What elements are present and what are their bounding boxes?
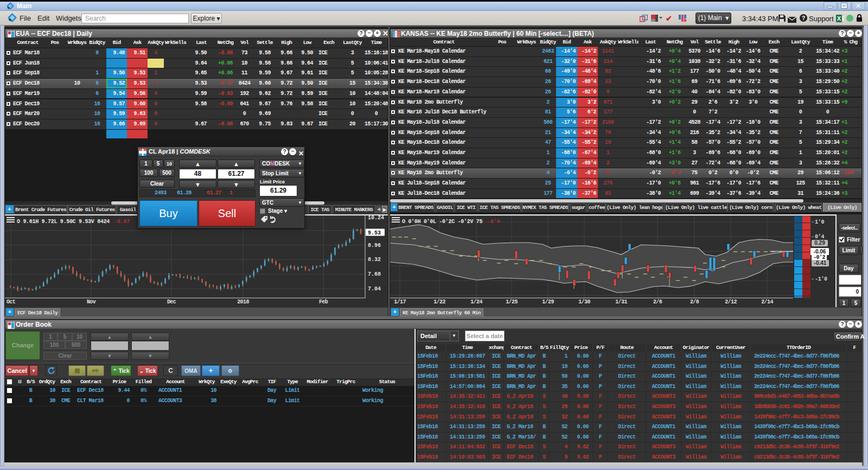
- svg-text:O 0'0H 0'0L -0'2C -0'2V 75: O 0'0H 0'0L -0'2C -0'2V 75: [402, 219, 483, 225]
- svg-text:7.04: 7.04: [368, 286, 381, 292]
- svg-text:7.68: 7.68: [368, 271, 381, 277]
- svg-text:1'0: 1'0: [815, 219, 824, 225]
- svg-text:8.96: 8.96: [368, 243, 381, 249]
- svg-text:X: X: [837, 15, 841, 22]
- svg-text:10.24: 10.24: [368, 215, 384, 221]
- svg-text:↓ -0.07: ↓ -0.07: [108, 219, 130, 225]
- svg-text:-1'0: -1'0: [815, 276, 827, 282]
- svg-text:0'4: 0'4: [815, 234, 824, 240]
- svg-text:8.32: 8.32: [368, 257, 381, 263]
- svg-text:↓ -0'4: ↓ -0'4: [481, 219, 500, 225]
- svg-text:O 9.61H 9.72L 9.50C 9.53V 8424: O 9.61H 9.72L 9.50C 9.53V 8424: [17, 219, 110, 225]
- svg-text:9.53: 9.53: [368, 230, 381, 236]
